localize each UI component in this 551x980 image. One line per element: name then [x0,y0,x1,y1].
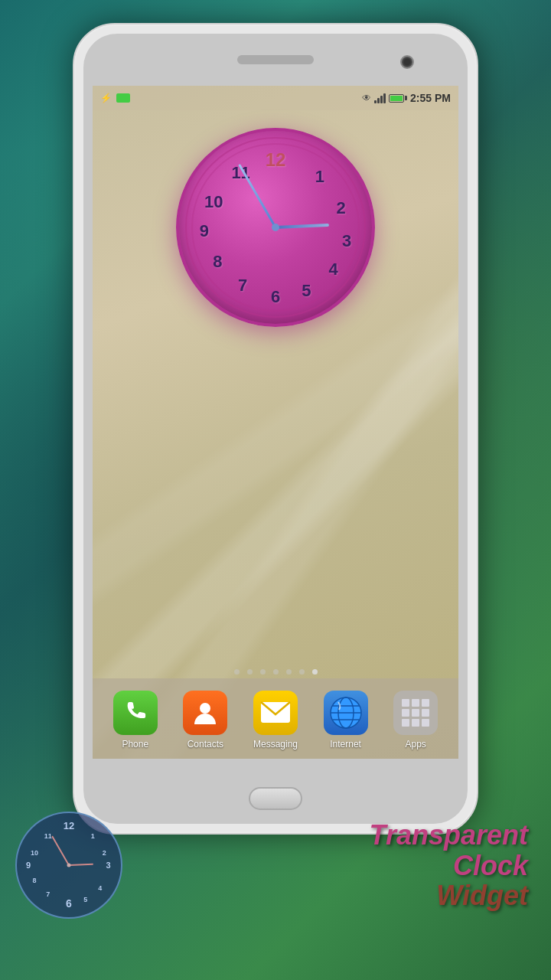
clock-face: 12 1 2 3 4 5 6 7 8 [176,128,375,327]
clock-num-12: 12 [266,149,286,171]
s-num-2: 2 [103,849,106,857]
dock-item-apps[interactable]: Apps [393,691,438,750]
page-dot-7[interactable] [312,669,318,675]
small-clock-face: 12 3 6 9 1 2 4 5 7 8 10 11 [15,812,122,919]
clock-num-2: 2 [337,198,346,218]
contacts-label: Contacts [187,739,223,750]
s-num-4: 4 [98,884,102,892]
status-bar: ⚡ 👁 [93,86,458,110]
phone-inner: ⚡ 👁 [83,34,468,824]
page-dot-3[interactable] [260,669,266,675]
page-dot-5[interactable] [286,669,292,675]
page-dot-4[interactable] [273,669,279,675]
clock-num-7: 7 [238,276,247,296]
speaker-grill [237,55,314,64]
clock-num-4: 4 [328,260,337,279]
camera [400,55,414,69]
s-num-10: 10 [31,849,38,857]
status-time: 2:55 PM [410,92,451,104]
clock-num-8: 8 [213,252,222,272]
s-num-6: 6 [66,897,72,910]
s-num-5: 5 [83,896,87,903]
clock-num-1: 1 [315,167,324,187]
clock-num-9: 9 [200,221,209,241]
privacy-icon: 👁 [362,93,371,103]
app-title: Transparent Clock Widget [370,820,528,911]
s-num-9: 9 [26,861,31,870]
svg-point-0 [200,703,210,714]
apps-grid [396,693,435,733]
page-dot-1[interactable] [234,669,240,675]
phone-frame: ⚡ 👁 [73,23,478,835]
app-title-line2: Clock [370,851,528,881]
screen: ⚡ 👁 [93,86,458,759]
internet-icon [324,691,368,735]
dock-item-messaging[interactable]: Messaging [253,691,298,750]
internet-label: Internet [330,739,361,750]
phone-icon [113,691,158,735]
app-title-line3: Widget [370,880,528,911]
clock-num-6: 6 [271,287,280,307]
phone-label: Phone [122,739,148,750]
apps-label: Apps [406,739,426,750]
apps-icon [393,691,438,735]
messaging-icon [253,691,298,735]
app-title-line1: Transparent [370,820,528,851]
messaging-label: Messaging [253,739,298,750]
status-left: ⚡ [100,93,130,103]
home-button[interactable] [249,787,302,810]
dock-item-phone[interactable]: Phone [113,691,158,750]
page-dots [93,669,458,675]
page-dot-6[interactable] [299,669,305,675]
signal-icon [374,93,386,103]
status-right: 👁 2:55 PM [362,92,451,104]
dock-item-contacts[interactable]: Contacts [183,691,227,750]
small-clock-center [67,864,71,867]
dock: Phone Contacts [93,678,458,759]
dock-item-internet[interactable]: Internet [324,691,368,750]
contacts-icon [183,691,227,735]
clock-num-5: 5 [302,281,311,301]
s-num-3: 3 [106,861,111,870]
clock-center-dot [272,224,279,231]
battery-icon [389,94,407,103]
small-hour-hand [69,864,93,866]
small-clock-widget: 12 3 6 9 1 2 4 5 7 8 10 11 [15,812,122,919]
s-num-8: 8 [33,877,37,884]
s-num-12: 12 [64,820,74,831]
s-num-1: 1 [91,832,95,840]
small-minute-hand [51,835,70,865]
page-dot-2[interactable] [247,669,253,675]
usb-icon: ⚡ [100,93,112,103]
clock-widget[interactable]: 12 1 2 3 4 5 6 7 8 [176,128,375,327]
s-num-7: 7 [46,890,50,898]
clock-num-3: 3 [342,231,351,251]
clock-num-10: 10 [204,192,223,212]
